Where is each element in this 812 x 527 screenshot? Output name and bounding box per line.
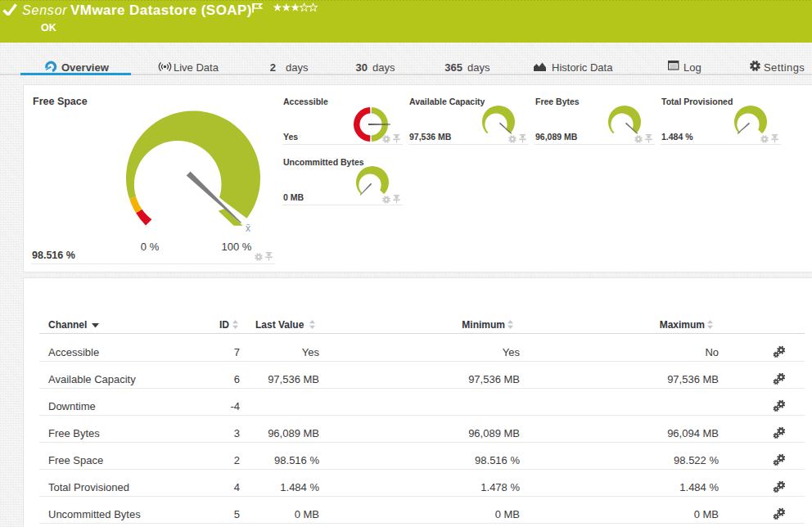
svg-text:x̄: x̄ (246, 223, 250, 234)
